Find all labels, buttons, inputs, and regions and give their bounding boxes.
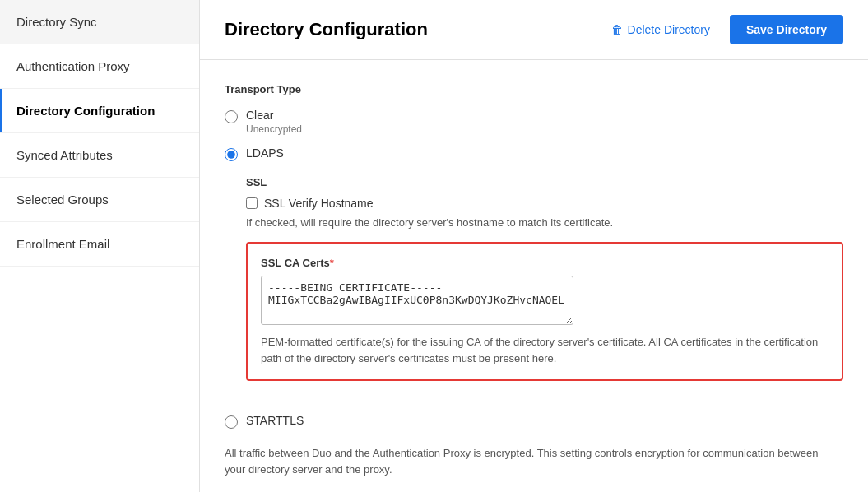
ssl-ca-textarea[interactable]: -----BEING CERTIFICATE----- MIIGxTCCBa2g… — [261, 276, 573, 325]
sidebar-item-selected-groups[interactable]: Selected Groups — [0, 178, 199, 222]
starttls-label[interactable]: STARTTLS — [246, 414, 304, 427]
sidebar-item-label: Selected Groups — [16, 193, 109, 207]
sidebar-item-enrollment-email[interactable]: Enrollment Email — [0, 222, 199, 267]
clear-option: Clear Unencrypted — [225, 109, 843, 135]
sidebar-item-directory-configuration[interactable]: Directory Configuration — [0, 89, 199, 133]
starttls-radio[interactable] — [225, 415, 238, 429]
ssl-ca-hint: PEM-formatted certificate(s) for the iss… — [261, 334, 829, 366]
sidebar-item-label: Directory Sync — [16, 15, 97, 29]
sidebar-item-label: Synced Attributes — [16, 148, 113, 162]
transport-type-radio-group: Clear Unencrypted LDAPS SSL SS — [225, 109, 843, 429]
ssl-verify-row: SSL Verify Hostname — [246, 197, 843, 210]
ssl-verify-label[interactable]: SSL Verify Hostname — [264, 197, 374, 210]
sidebar: Directory Sync Authentication Proxy Dire… — [0, 0, 200, 492]
clear-radio[interactable] — [225, 110, 238, 123]
sidebar-item-synced-attributes[interactable]: Synced Attributes — [0, 133, 199, 178]
sidebar-item-label: Directory Configuration — [16, 104, 155, 118]
sidebar-item-label: Enrollment Email — [16, 237, 109, 251]
ldaps-label[interactable]: LDAPS — [246, 146, 284, 160]
page-header: Directory Configuration 🗑 Delete Directo… — [200, 0, 868, 60]
main-content: Directory Configuration 🗑 Delete Directo… — [200, 0, 868, 492]
page-title: Directory Configuration — [225, 19, 428, 40]
sidebar-item-directory-sync[interactable]: Directory Sync — [0, 0, 199, 44]
transport-type-label: Transport Type — [225, 83, 843, 95]
sidebar-item-authentication-proxy[interactable]: Authentication Proxy — [0, 44, 199, 89]
save-directory-button[interactable]: Save Directory — [730, 15, 843, 44]
delete-directory-button[interactable]: 🗑 Delete Directory — [601, 16, 720, 43]
starttls-option: STARTTLS — [225, 414, 843, 429]
sidebar-item-label: Authentication Proxy — [16, 59, 130, 73]
clear-label[interactable]: Clear Unencrypted — [246, 109, 302, 135]
trash-icon: 🗑 — [611, 23, 623, 36]
ldaps-option: LDAPS — [225, 146, 843, 161]
header-actions: 🗑 Delete Directory Save Directory — [601, 15, 843, 44]
ssl-title: SSL — [246, 176, 843, 188]
ssl-verify-hint: If checked, will require the directory s… — [246, 216, 843, 229]
ssl-ca-label: SSL CA Certs* — [261, 257, 829, 269]
ssl-section: SSL SSL Verify Hostname If checked, will… — [246, 176, 843, 394]
ldaps-radio[interactable] — [225, 148, 238, 161]
ssl-verify-checkbox[interactable] — [246, 197, 258, 209]
ssl-ca-certs-box: SSL CA Certs* -----BEING CERTIFICATE----… — [246, 242, 843, 381]
starttls-hint: All traffic between Duo and the Authenti… — [225, 445, 842, 477]
content-area: Transport Type Clear Unencrypted LDAPS — [200, 60, 868, 492]
